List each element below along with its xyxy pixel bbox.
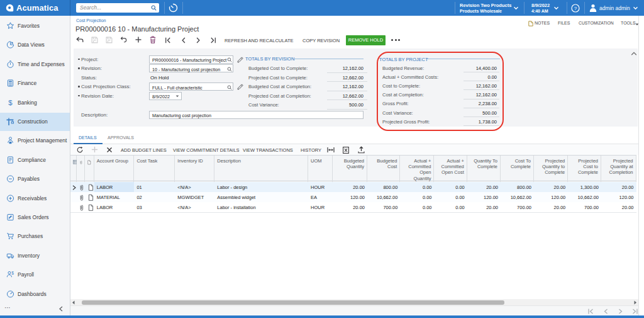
svg-text:?: ?: [574, 5, 577, 11]
svg-text:$: $: [8, 99, 13, 106]
svg-text:$: $: [11, 271, 14, 275]
